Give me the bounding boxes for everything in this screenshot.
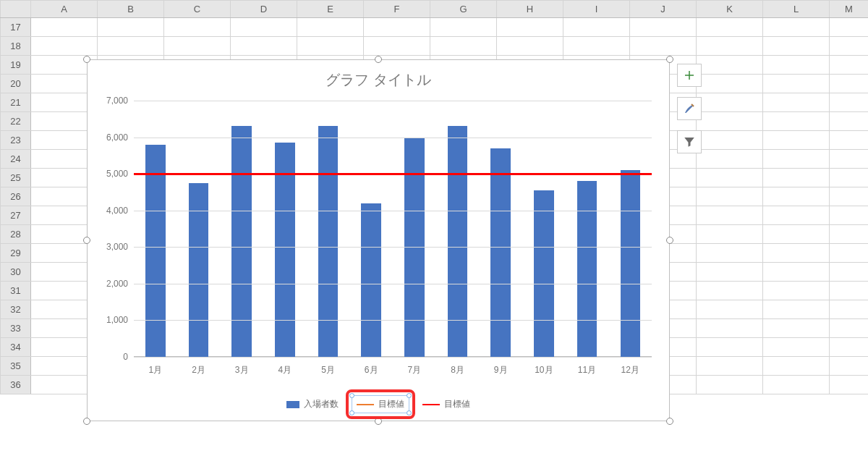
data-bar[interactable] [145, 145, 165, 357]
cell[interactable] [763, 169, 830, 187]
row-header[interactable]: 17 [1, 18, 31, 37]
cell[interactable] [697, 338, 763, 357]
chart-legend[interactable]: 入場者数 目標値 目標値 [88, 395, 669, 413]
row-header[interactable]: 27 [1, 206, 31, 225]
cell[interactable] [697, 131, 763, 150]
data-bar[interactable] [231, 126, 251, 357]
col-header[interactable]: A [31, 1, 98, 18]
cell[interactable] [364, 37, 430, 56]
cell[interactable] [697, 93, 763, 112]
cell[interactable] [98, 37, 164, 56]
data-bar[interactable] [448, 126, 467, 357]
row-header[interactable]: 19 [1, 56, 31, 75]
cell[interactable] [830, 206, 869, 225]
row-header[interactable]: 29 [1, 244, 31, 263]
resize-handle[interactable] [83, 56, 90, 63]
col-header[interactable]: L [763, 1, 830, 18]
target-line[interactable] [134, 173, 652, 175]
selection-handle[interactable] [407, 393, 412, 398]
cell[interactable] [697, 300, 763, 319]
cell[interactable] [763, 150, 830, 169]
cell[interactable] [830, 263, 869, 282]
cell[interactable] [763, 18, 830, 37]
cell[interactable] [697, 357, 763, 376]
cell[interactable] [763, 75, 830, 93]
cell[interactable] [830, 93, 869, 112]
cell[interactable] [697, 206, 763, 225]
col-header[interactable]: F [364, 1, 430, 18]
col-header[interactable]: J [630, 1, 697, 18]
cell[interactable] [497, 37, 563, 56]
cell[interactable] [830, 244, 869, 263]
cell[interactable] [697, 187, 763, 206]
chart-elements-button[interactable] [677, 64, 702, 87]
selection-handle[interactable] [349, 410, 354, 415]
cell[interactable] [630, 18, 697, 37]
resize-handle[interactable] [83, 418, 90, 425]
col-header[interactable]: D [231, 1, 297, 18]
cell[interactable] [763, 357, 830, 376]
col-header[interactable]: H [497, 1, 563, 18]
chart-object[interactable]: グラフ タイトル 1月2月3月4月5月6月7月8月9月10月11月12月 01,… [87, 59, 670, 421]
cell[interactable] [830, 112, 869, 131]
cell[interactable] [763, 338, 830, 357]
cell[interactable] [697, 112, 763, 131]
cell[interactable] [830, 319, 869, 338]
cell[interactable] [231, 18, 297, 37]
cell[interactable] [697, 225, 763, 244]
cell[interactable] [364, 18, 430, 37]
col-header[interactable]: C [164, 1, 231, 18]
cell[interactable] [763, 225, 830, 244]
cell[interactable] [763, 300, 830, 319]
cell[interactable] [830, 37, 869, 56]
row-header[interactable]: 33 [1, 319, 31, 338]
cell[interactable] [297, 18, 364, 37]
cell[interactable] [763, 244, 830, 263]
chart-title[interactable]: グラフ タイトル [88, 60, 669, 94]
col-header[interactable]: G [430, 1, 497, 18]
cell[interactable] [830, 376, 869, 394]
cell[interactable] [763, 319, 830, 338]
row-header[interactable]: 23 [1, 131, 31, 150]
cell[interactable] [763, 93, 830, 112]
cell[interactable] [830, 282, 869, 300]
row-header[interactable]: 18 [1, 37, 31, 56]
cell[interactable] [563, 18, 630, 37]
resize-handle[interactable] [666, 56, 673, 63]
cell[interactable] [697, 56, 763, 75]
row-header[interactable]: 25 [1, 169, 31, 187]
cell[interactable] [830, 357, 869, 376]
col-header[interactable]: E [297, 1, 364, 18]
chart-styles-button[interactable] [677, 97, 702, 120]
col-header[interactable]: K [697, 1, 763, 18]
row-header[interactable]: 32 [1, 300, 31, 319]
row-header[interactable]: 28 [1, 225, 31, 244]
data-bar[interactable] [534, 190, 553, 357]
data-bar[interactable] [189, 183, 208, 357]
row-header[interactable]: 20 [1, 75, 31, 93]
data-bar[interactable] [621, 170, 640, 357]
cell[interactable] [763, 131, 830, 150]
row-header[interactable]: 30 [1, 263, 31, 282]
cell[interactable] [830, 18, 869, 37]
cell[interactable] [763, 187, 830, 206]
cell[interactable] [98, 18, 164, 37]
cell[interactable] [830, 150, 869, 169]
cell[interactable] [497, 18, 563, 37]
col-header[interactable]: M [830, 1, 869, 18]
cell[interactable] [430, 37, 497, 56]
data-bar[interactable] [318, 126, 338, 357]
cell[interactable] [697, 282, 763, 300]
cell[interactable] [164, 18, 231, 37]
cell[interactable] [31, 37, 98, 56]
cell[interactable] [830, 75, 869, 93]
cell[interactable] [697, 37, 763, 56]
cell[interactable] [830, 131, 869, 150]
cell[interactable] [830, 187, 869, 206]
cell[interactable] [697, 244, 763, 263]
row-header[interactable]: 34 [1, 338, 31, 357]
cell[interactable] [763, 37, 830, 56]
cell[interactable] [830, 169, 869, 187]
row-header[interactable]: 35 [1, 357, 31, 376]
cell[interactable] [830, 338, 869, 357]
